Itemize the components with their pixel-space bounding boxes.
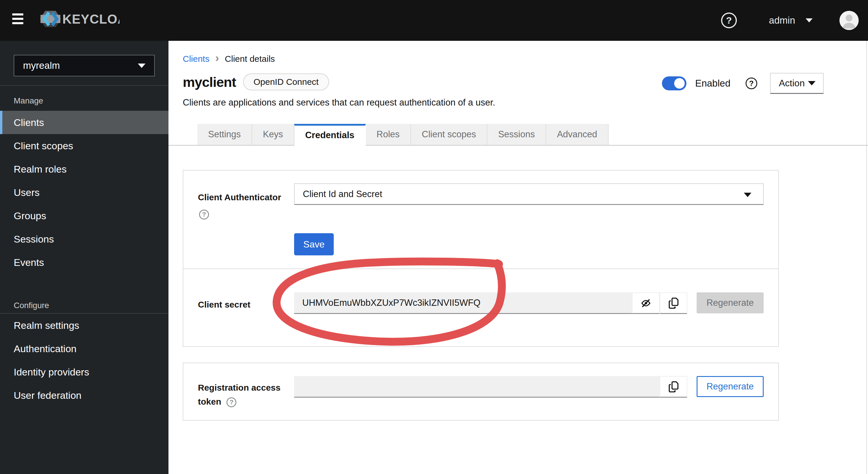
nav-group-manage: Manage <box>0 86 168 111</box>
page-title: myclient <box>183 74 236 90</box>
chevron-down-icon <box>138 64 146 68</box>
copy-button[interactable] <box>660 292 687 314</box>
help-icon[interactable]: ? <box>199 210 209 220</box>
chevron-right-icon: › <box>215 54 219 62</box>
tab-advanced[interactable]: Advanced <box>546 124 609 146</box>
client-authenticator-label: Client Authenticator <box>198 190 294 204</box>
client-secret-label: Client secret <box>198 297 294 312</box>
client-authenticator-select[interactable]: Client Id and Secret <box>294 183 764 205</box>
registration-token-input[interactable] <box>294 376 660 398</box>
brand-text: KEYCLOAK <box>62 12 120 26</box>
tab-settings[interactable]: Settings <box>197 124 252 146</box>
username: admin <box>769 15 795 26</box>
client-authenticator-card: Client Authenticator ? Client Id and Sec… <box>183 170 779 269</box>
sidebar: myrealm Manage Clients Client scopes Rea… <box>0 41 168 474</box>
sidebar-item-users[interactable]: Users <box>0 181 168 204</box>
tab-roles[interactable]: Roles <box>366 124 411 146</box>
keycloak-admin-console: KEYCLOAK ? admin myrealm Mana <box>0 0 868 474</box>
sidebar-item-groups[interactable]: Groups <box>0 204 168 227</box>
protocol-badge: OpenID Connect <box>243 73 329 90</box>
client-authenticator-value: Client Id and Secret <box>303 189 382 199</box>
eye-slash-icon <box>640 297 651 309</box>
sidebar-item-authentication[interactable]: Authentication <box>0 337 168 360</box>
content-right-border <box>866 41 867 474</box>
tab-bar: Settings Keys Credentials Roles Client s… <box>168 124 868 146</box>
user-menu-dropdown[interactable]: admin <box>769 15 813 26</box>
sidebar-item-realm-roles[interactable]: Realm roles <box>0 157 168 181</box>
sidebar-item-client-scopes[interactable]: Client scopes <box>0 134 168 157</box>
save-button[interactable]: Save <box>294 233 334 255</box>
regenerate-token-button[interactable]: Regenerate <box>696 376 764 397</box>
main-content: Clients › Client details myclient OpenID… <box>168 41 868 474</box>
copy-icon <box>668 297 679 309</box>
masthead-right: ? admin <box>721 0 868 41</box>
chevron-down-icon <box>808 81 815 86</box>
sidebar-item-identity-providers[interactable]: Identity providers <box>0 360 168 384</box>
registration-token-card: Registration access token ? <box>183 362 779 421</box>
page-header: myclient OpenID Connect <box>183 73 329 90</box>
copy-icon <box>668 381 679 392</box>
header-controls: Enabled ? Action <box>662 73 824 94</box>
breadcrumb: Clients › Client details <box>183 54 275 64</box>
breadcrumb-link-clients[interactable]: Clients <box>183 54 210 64</box>
show-secret-button[interactable] <box>632 292 660 314</box>
enabled-label: Enabled <box>695 78 731 89</box>
action-label: Action <box>779 78 805 89</box>
client-secret-input[interactable] <box>294 292 632 314</box>
masthead: KEYCLOAK ? admin <box>0 0 868 41</box>
copy-button[interactable] <box>660 376 687 398</box>
enabled-toggle[interactable] <box>662 76 686 90</box>
sidebar-item-sessions[interactable]: Sessions <box>0 227 168 251</box>
keycloak-logo: KEYCLOAK <box>38 7 120 31</box>
help-icon[interactable]: ? <box>746 77 757 89</box>
sidebar-item-clients[interactable]: Clients <box>0 111 168 134</box>
sidebar-item-events[interactable]: Events <box>0 251 168 274</box>
person-icon <box>839 11 859 30</box>
client-secret-card: Client secret <box>183 268 779 347</box>
avatar <box>839 11 859 30</box>
tab-sessions[interactable]: Sessions <box>487 124 546 146</box>
sidebar-item-user-federation[interactable]: User federation <box>0 384 168 407</box>
realm-selector[interactable]: myrealm <box>14 55 155 76</box>
page-description: Clients are applications and services th… <box>183 97 495 108</box>
registration-token-label: Registration access token ? <box>198 381 294 409</box>
regenerate-secret-button[interactable]: Regenerate <box>696 292 764 313</box>
chevron-down-icon <box>806 19 813 23</box>
tab-credentials[interactable]: Credentials <box>294 124 366 146</box>
sidebar-item-realm-settings[interactable]: Realm settings <box>0 314 168 337</box>
hamburger-menu-icon[interactable] <box>12 13 24 26</box>
help-icon[interactable]: ? <box>721 12 737 28</box>
chevron-down-icon <box>744 193 751 197</box>
tab-client-scopes[interactable]: Client scopes <box>411 124 487 146</box>
breadcrumb-current: Client details <box>225 54 275 64</box>
help-icon[interactable]: ? <box>226 397 237 407</box>
tab-keys[interactable]: Keys <box>252 124 294 146</box>
action-dropdown[interactable]: Action <box>770 73 824 94</box>
realm-name: myrealm <box>23 60 60 71</box>
